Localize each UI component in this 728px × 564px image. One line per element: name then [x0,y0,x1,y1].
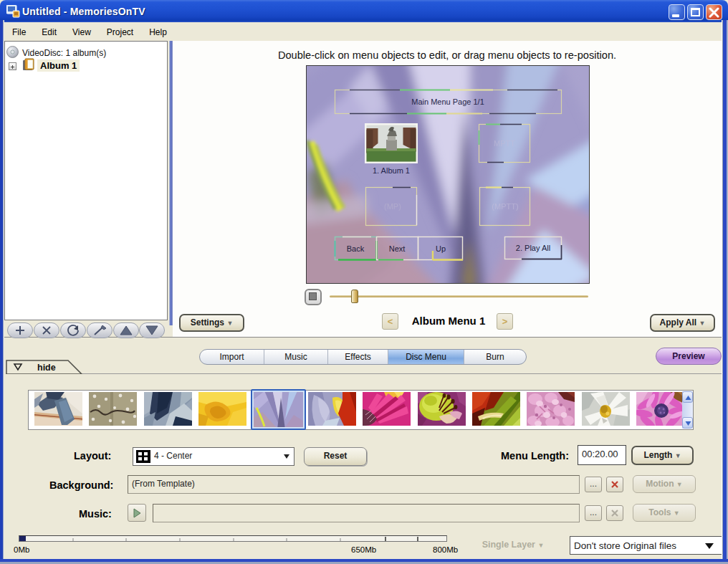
svg-text:MPTT: MPTT [494,139,515,148]
svg-text:(MP): (MP) [384,202,401,211]
svg-text:Next: Next [389,244,406,253]
svg-text:Main Menu Page 1/1: Main Menu Page 1/1 [411,97,484,106]
svg-text:hide: hide [37,363,56,373]
svg-text:(MPTT): (MPTT) [492,202,518,211]
svg-text:2. Play All: 2. Play All [516,244,550,252]
svg-text:Up: Up [436,244,446,253]
svg-text:Back: Back [347,244,365,253]
svg-text:1. Album 1: 1. Album 1 [373,166,410,175]
